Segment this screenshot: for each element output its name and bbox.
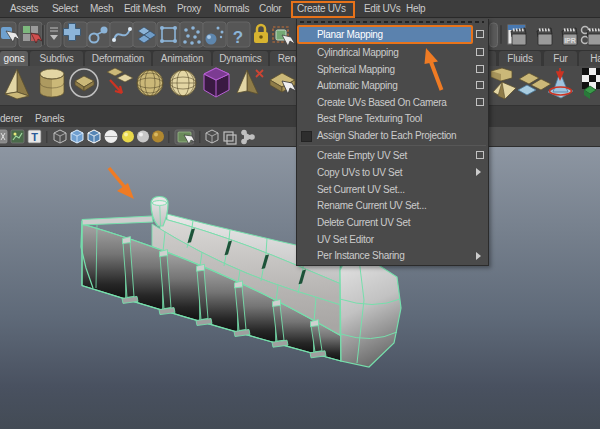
svg-text:T: T (31, 131, 38, 143)
svg-text:IPR: IPR (564, 37, 576, 44)
svg-text:?: ? (233, 28, 243, 47)
